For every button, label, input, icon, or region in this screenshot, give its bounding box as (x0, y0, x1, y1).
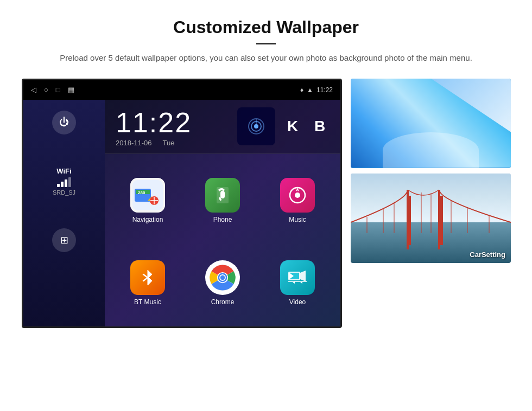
clock-left: 11:22 2018-11-06 Tue (116, 106, 192, 147)
app-label-video: Video (289, 298, 306, 306)
status-bar: ◁ ○ □ ▦ ♦ ▲ 11:22 (23, 80, 340, 100)
app-chrome[interactable]: Chrome (185, 242, 260, 324)
wifi-bar-2 (61, 182, 64, 187)
clock-time: 11:22 (116, 106, 192, 139)
app-icon-phone (205, 178, 240, 213)
left-sidebar: ⏻ WiFi SRD_SJ ⊞ (23, 100, 105, 328)
wifi-bar-1 (57, 184, 60, 187)
app-label-phone: Phone (213, 216, 232, 223)
title-divider (256, 43, 276, 44)
app-icon-video (280, 260, 315, 295)
widget-b: B (310, 107, 330, 145)
power-button[interactable]: ⏻ (52, 111, 76, 134)
wallpaper-bridge[interactable]: CarSetting (351, 174, 511, 263)
wifi-bar-4 (68, 177, 71, 187)
svg-marker-25 (300, 271, 306, 281)
wifi-icon: ▲ (307, 86, 313, 94)
app-icon-bt-music (130, 260, 165, 295)
carsetting-label: CarSetting (470, 251, 505, 259)
apps-grid-button[interactable]: ⊞ (52, 228, 76, 252)
wallpaper-ice[interactable] (351, 79, 511, 168)
page-description: Preload over 5 default wallpaper options… (43, 52, 489, 65)
screen-body: ⏻ WiFi SRD_SJ ⊞ (23, 100, 340, 328)
wallpaper-thumbnails: CarSetting (351, 79, 511, 263)
nav-icons: ◁ ○ □ ▦ (31, 86, 74, 94)
widget-signal (237, 107, 275, 145)
svg-point-21 (220, 275, 225, 279)
clock-date-value: 2018-11-06 (116, 139, 152, 147)
app-bt-music[interactable]: BT Music (110, 242, 185, 324)
app-navigation[interactable]: 280 Navigation (110, 159, 185, 242)
app-icon-navigation: 280 (130, 178, 165, 213)
app-icon-music (280, 178, 315, 213)
svg-point-15 (295, 192, 300, 198)
app-icon-chrome (205, 260, 240, 295)
screen-main: 11:22 2018-11-06 Tue (105, 100, 340, 328)
clock-day: Tue (163, 139, 175, 147)
clock-area: 11:22 2018-11-06 Tue (105, 100, 340, 154)
status-time: 11:22 (316, 86, 333, 94)
wifi-ssid: SRD_SJ (53, 189, 75, 196)
app-music[interactable]: Music (260, 159, 335, 242)
clock-widgets: K B (237, 107, 330, 145)
app-label-music: Music (289, 216, 306, 223)
wifi-label: WiFi (53, 167, 75, 175)
app-grid: 280 Navigation (105, 154, 340, 328)
home-icon[interactable]: ○ (44, 86, 48, 94)
wifi-info: WiFi SRD_SJ (53, 167, 75, 196)
app-video[interactable]: Video (260, 242, 335, 324)
bridge-cables-svg (351, 174, 511, 263)
page-header: Customized Wallpaper Preload over 5 defa… (0, 0, 532, 73)
app-label-chrome: Chrome (211, 298, 235, 306)
ice-shape-3 (383, 132, 479, 168)
android-screen: ◁ ○ □ ▦ ♦ ▲ 11:22 ⏻ WiFi (22, 79, 342, 328)
svg-text:280: 280 (138, 190, 145, 195)
wifi-bar-3 (65, 179, 67, 187)
recents-icon[interactable]: □ (56, 86, 60, 94)
status-indicators: ♦ ▲ 11:22 (300, 86, 333, 94)
widget-k: K (283, 107, 302, 145)
app-phone[interactable]: Phone (185, 159, 260, 242)
app-label-navigation: Navigation (132, 216, 163, 223)
page-title: Customized Wallpaper (43, 17, 489, 37)
location-icon: ♦ (300, 86, 303, 94)
clock-date: 2018-11-06 Tue (116, 139, 192, 147)
back-icon[interactable]: ◁ (31, 86, 36, 94)
app-label-bt-music: BT Music (134, 298, 161, 306)
wifi-signal (53, 177, 75, 187)
screenshot-icon[interactable]: ▦ (68, 86, 74, 94)
svg-rect-13 (220, 191, 225, 198)
main-content: ◁ ○ □ ▦ ♦ ▲ 11:22 ⏻ WiFi (0, 73, 532, 328)
